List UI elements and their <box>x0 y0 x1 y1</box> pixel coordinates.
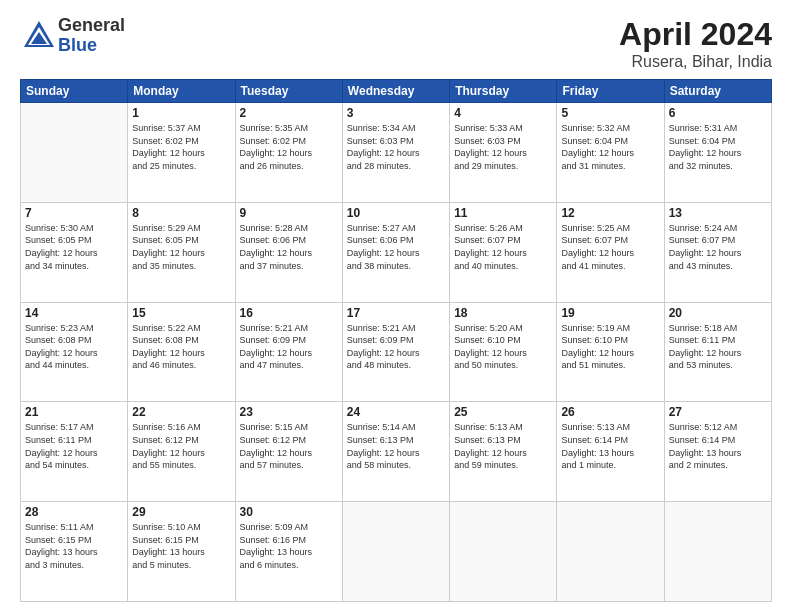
calendar-week-3: 21Sunrise: 5:17 AM Sunset: 6:11 PM Dayli… <box>21 402 772 502</box>
day-info: Sunrise: 5:28 AM Sunset: 6:06 PM Dayligh… <box>240 222 338 272</box>
calendar-cell: 26Sunrise: 5:13 AM Sunset: 6:14 PM Dayli… <box>557 402 664 502</box>
day-number: 5 <box>561 106 659 120</box>
calendar-cell: 25Sunrise: 5:13 AM Sunset: 6:13 PM Dayli… <box>450 402 557 502</box>
day-number: 18 <box>454 306 552 320</box>
day-number: 17 <box>347 306 445 320</box>
day-info: Sunrise: 5:14 AM Sunset: 6:13 PM Dayligh… <box>347 421 445 471</box>
day-info: Sunrise: 5:20 AM Sunset: 6:10 PM Dayligh… <box>454 322 552 372</box>
calendar-cell: 12Sunrise: 5:25 AM Sunset: 6:07 PM Dayli… <box>557 202 664 302</box>
calendar-cell: 18Sunrise: 5:20 AM Sunset: 6:10 PM Dayli… <box>450 302 557 402</box>
day-info: Sunrise: 5:15 AM Sunset: 6:12 PM Dayligh… <box>240 421 338 471</box>
day-number: 25 <box>454 405 552 419</box>
day-number: 7 <box>25 206 123 220</box>
day-info: Sunrise: 5:25 AM Sunset: 6:07 PM Dayligh… <box>561 222 659 272</box>
day-number: 6 <box>669 106 767 120</box>
calendar-cell: 4Sunrise: 5:33 AM Sunset: 6:03 PM Daylig… <box>450 103 557 203</box>
calendar-week-2: 14Sunrise: 5:23 AM Sunset: 6:08 PM Dayli… <box>21 302 772 402</box>
col-monday: Monday <box>128 80 235 103</box>
day-number: 16 <box>240 306 338 320</box>
calendar-cell <box>557 502 664 602</box>
calendar-cell: 14Sunrise: 5:23 AM Sunset: 6:08 PM Dayli… <box>21 302 128 402</box>
day-info: Sunrise: 5:10 AM Sunset: 6:15 PM Dayligh… <box>132 521 230 571</box>
calendar-cell: 13Sunrise: 5:24 AM Sunset: 6:07 PM Dayli… <box>664 202 771 302</box>
day-number: 19 <box>561 306 659 320</box>
day-number: 13 <box>669 206 767 220</box>
day-info: Sunrise: 5:34 AM Sunset: 6:03 PM Dayligh… <box>347 122 445 172</box>
day-info: Sunrise: 5:21 AM Sunset: 6:09 PM Dayligh… <box>240 322 338 372</box>
day-number: 28 <box>25 505 123 519</box>
day-info: Sunrise: 5:37 AM Sunset: 6:02 PM Dayligh… <box>132 122 230 172</box>
col-sunday: Sunday <box>21 80 128 103</box>
col-friday: Friday <box>557 80 664 103</box>
calendar-cell <box>342 502 449 602</box>
col-saturday: Saturday <box>664 80 771 103</box>
day-info: Sunrise: 5:18 AM Sunset: 6:11 PM Dayligh… <box>669 322 767 372</box>
calendar-cell: 24Sunrise: 5:14 AM Sunset: 6:13 PM Dayli… <box>342 402 449 502</box>
calendar-cell: 6Sunrise: 5:31 AM Sunset: 6:04 PM Daylig… <box>664 103 771 203</box>
calendar-cell: 15Sunrise: 5:22 AM Sunset: 6:08 PM Dayli… <box>128 302 235 402</box>
day-number: 21 <box>25 405 123 419</box>
day-info: Sunrise: 5:31 AM Sunset: 6:04 PM Dayligh… <box>669 122 767 172</box>
calendar-cell: 7Sunrise: 5:30 AM Sunset: 6:05 PM Daylig… <box>21 202 128 302</box>
day-info: Sunrise: 5:27 AM Sunset: 6:06 PM Dayligh… <box>347 222 445 272</box>
title-block: April 2024 Rusera, Bihar, India <box>619 16 772 71</box>
logo-text: General Blue <box>58 16 125 56</box>
day-number: 9 <box>240 206 338 220</box>
calendar-week-0: 1Sunrise: 5:37 AM Sunset: 6:02 PM Daylig… <box>21 103 772 203</box>
day-info: Sunrise: 5:09 AM Sunset: 6:16 PM Dayligh… <box>240 521 338 571</box>
page: General Blue April 2024 Rusera, Bihar, I… <box>0 0 792 612</box>
day-info: Sunrise: 5:30 AM Sunset: 6:05 PM Dayligh… <box>25 222 123 272</box>
calendar-cell: 16Sunrise: 5:21 AM Sunset: 6:09 PM Dayli… <box>235 302 342 402</box>
day-number: 2 <box>240 106 338 120</box>
calendar-cell: 3Sunrise: 5:34 AM Sunset: 6:03 PM Daylig… <box>342 103 449 203</box>
calendar-cell: 19Sunrise: 5:19 AM Sunset: 6:10 PM Dayli… <box>557 302 664 402</box>
day-info: Sunrise: 5:33 AM Sunset: 6:03 PM Dayligh… <box>454 122 552 172</box>
day-info: Sunrise: 5:22 AM Sunset: 6:08 PM Dayligh… <box>132 322 230 372</box>
day-info: Sunrise: 5:19 AM Sunset: 6:10 PM Dayligh… <box>561 322 659 372</box>
calendar-cell: 20Sunrise: 5:18 AM Sunset: 6:11 PM Dayli… <box>664 302 771 402</box>
calendar-cell: 1Sunrise: 5:37 AM Sunset: 6:02 PM Daylig… <box>128 103 235 203</box>
day-info: Sunrise: 5:23 AM Sunset: 6:08 PM Dayligh… <box>25 322 123 372</box>
calendar-cell: 22Sunrise: 5:16 AM Sunset: 6:12 PM Dayli… <box>128 402 235 502</box>
day-number: 14 <box>25 306 123 320</box>
day-info: Sunrise: 5:32 AM Sunset: 6:04 PM Dayligh… <box>561 122 659 172</box>
day-info: Sunrise: 5:17 AM Sunset: 6:11 PM Dayligh… <box>25 421 123 471</box>
day-number: 15 <box>132 306 230 320</box>
logo-icon <box>20 17 58 55</box>
day-number: 24 <box>347 405 445 419</box>
calendar-cell: 21Sunrise: 5:17 AM Sunset: 6:11 PM Dayli… <box>21 402 128 502</box>
day-number: 3 <box>347 106 445 120</box>
calendar-cell: 11Sunrise: 5:26 AM Sunset: 6:07 PM Dayli… <box>450 202 557 302</box>
day-info: Sunrise: 5:35 AM Sunset: 6:02 PM Dayligh… <box>240 122 338 172</box>
calendar-cell: 30Sunrise: 5:09 AM Sunset: 6:16 PM Dayli… <box>235 502 342 602</box>
calendar-cell: 17Sunrise: 5:21 AM Sunset: 6:09 PM Dayli… <box>342 302 449 402</box>
day-number: 1 <box>132 106 230 120</box>
day-info: Sunrise: 5:11 AM Sunset: 6:15 PM Dayligh… <box>25 521 123 571</box>
calendar-week-1: 7Sunrise: 5:30 AM Sunset: 6:05 PM Daylig… <box>21 202 772 302</box>
calendar-cell: 9Sunrise: 5:28 AM Sunset: 6:06 PM Daylig… <box>235 202 342 302</box>
logo-general: General <box>58 16 125 36</box>
calendar-cell <box>664 502 771 602</box>
calendar-cell <box>21 103 128 203</box>
calendar-cell: 10Sunrise: 5:27 AM Sunset: 6:06 PM Dayli… <box>342 202 449 302</box>
day-info: Sunrise: 5:16 AM Sunset: 6:12 PM Dayligh… <box>132 421 230 471</box>
day-number: 4 <box>454 106 552 120</box>
day-number: 30 <box>240 505 338 519</box>
calendar-table: Sunday Monday Tuesday Wednesday Thursday… <box>20 79 772 602</box>
logo: General Blue <box>20 16 125 56</box>
calendar-cell: 29Sunrise: 5:10 AM Sunset: 6:15 PM Dayli… <box>128 502 235 602</box>
day-info: Sunrise: 5:13 AM Sunset: 6:13 PM Dayligh… <box>454 421 552 471</box>
day-info: Sunrise: 5:12 AM Sunset: 6:14 PM Dayligh… <box>669 421 767 471</box>
day-number: 12 <box>561 206 659 220</box>
day-number: 11 <box>454 206 552 220</box>
day-number: 23 <box>240 405 338 419</box>
day-info: Sunrise: 5:21 AM Sunset: 6:09 PM Dayligh… <box>347 322 445 372</box>
day-info: Sunrise: 5:24 AM Sunset: 6:07 PM Dayligh… <box>669 222 767 272</box>
day-number: 27 <box>669 405 767 419</box>
logo-blue: Blue <box>58 36 125 56</box>
calendar-cell: 5Sunrise: 5:32 AM Sunset: 6:04 PM Daylig… <box>557 103 664 203</box>
calendar-week-4: 28Sunrise: 5:11 AM Sunset: 6:15 PM Dayli… <box>21 502 772 602</box>
calendar-cell: 8Sunrise: 5:29 AM Sunset: 6:05 PM Daylig… <box>128 202 235 302</box>
calendar-cell: 2Sunrise: 5:35 AM Sunset: 6:02 PM Daylig… <box>235 103 342 203</box>
calendar-cell: 28Sunrise: 5:11 AM Sunset: 6:15 PM Dayli… <box>21 502 128 602</box>
